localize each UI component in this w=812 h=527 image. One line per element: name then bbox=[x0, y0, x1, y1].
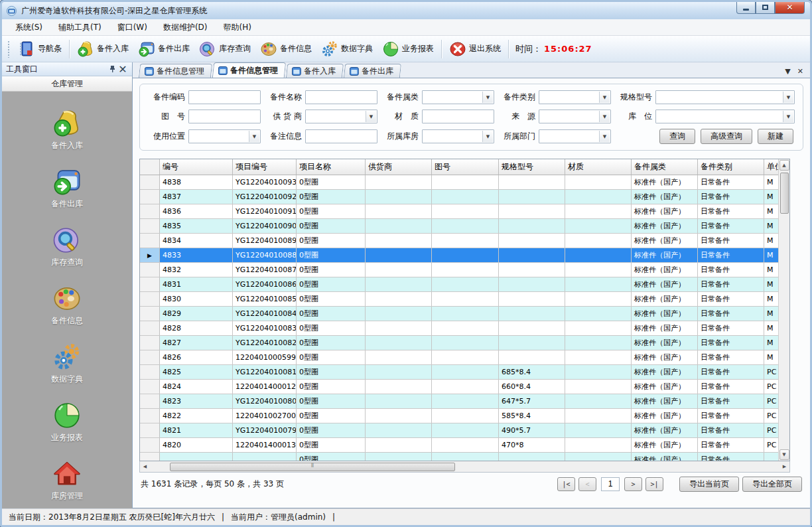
sidebar-item-warehouse-mgmt[interactable]: 库房管理 bbox=[51, 459, 83, 502]
department-select[interactable]: ▼ bbox=[539, 129, 611, 143]
location-select[interactable]: ▼ bbox=[655, 110, 795, 123]
supplier-select[interactable]: ▼ bbox=[305, 110, 377, 123]
row-selector-cell[interactable] bbox=[140, 438, 160, 452]
remark-field[interactable] bbox=[305, 129, 377, 143]
sidebar-item-stock-query[interactable]: 库存查询 bbox=[51, 226, 83, 268]
column-header-category[interactable]: 备件类别 bbox=[698, 159, 764, 175]
table-row[interactable]: 482212204010027000型圈585*8.4标准件（国产）日常备件PC bbox=[140, 409, 779, 423]
export-current-page-button[interactable]: 导出当前页 bbox=[679, 477, 739, 492]
row-selector-cell[interactable] bbox=[140, 380, 160, 394]
sidebar-item-parts-outbound[interactable]: 备件出库 bbox=[51, 167, 83, 210]
row-selector-cell[interactable] bbox=[140, 234, 160, 248]
spare-attr-select[interactable]: ▼ bbox=[422, 90, 494, 104]
row-selector-cell[interactable] bbox=[140, 219, 160, 233]
parts-info-button[interactable]: 备件信息 bbox=[255, 38, 316, 60]
table-row[interactable]: 4838YG122040100930型圈标准件（国产）日常备件M bbox=[140, 175, 779, 190]
parts-inbound-button[interactable]: 备件入库 bbox=[72, 38, 133, 60]
menu-aux-tools[interactable]: 辅助工具(T) bbox=[50, 20, 109, 35]
column-header-supplier[interactable]: 供货商 bbox=[366, 159, 432, 175]
row-selector-cell[interactable] bbox=[140, 409, 160, 423]
chevron-down-icon[interactable]: ▼ bbox=[783, 92, 793, 103]
export-all-pages-button[interactable]: 导出全部页 bbox=[742, 477, 802, 492]
data-dict-button[interactable]: 数据字典 bbox=[316, 38, 377, 60]
table-row[interactable]: 0型圈标准件（国产）日常备件 bbox=[140, 453, 779, 461]
sidebar-item-parts-inbound[interactable]: 备件入库 bbox=[51, 109, 83, 151]
chevron-down-icon[interactable]: ▼ bbox=[599, 92, 610, 103]
table-row[interactable]: 4827YG122040100820型圈标准件（国产）日常备件M bbox=[140, 336, 779, 350]
column-header-name[interactable]: 项目名称 bbox=[297, 159, 366, 175]
chevron-down-icon[interactable]: ▼ bbox=[249, 131, 259, 142]
report-button[interactable]: 业务报表 bbox=[377, 38, 439, 60]
minimize-button[interactable] bbox=[736, 1, 756, 14]
row-selector-cell[interactable] bbox=[140, 292, 160, 306]
menu-data-maintenance[interactable]: 数据维护(D) bbox=[155, 20, 216, 35]
spare-code-field-input[interactable] bbox=[189, 92, 260, 105]
table-row[interactable]: 4823YG122040100800型圈647*5.7标准件（国产）日常备件PC bbox=[140, 394, 779, 409]
next-page-button[interactable]: > bbox=[624, 477, 642, 491]
row-selector-cell[interactable] bbox=[140, 336, 160, 350]
row-selector-cell[interactable] bbox=[140, 190, 160, 204]
table-row[interactable]: 482612204010005990型圈标准件（国产）日常备件M bbox=[140, 350, 779, 365]
first-page-button[interactable]: |< bbox=[557, 477, 575, 491]
table-row[interactable]: 4837YG122040100920型圈标准件（国产）日常备件M bbox=[140, 190, 779, 204]
sidebar-close-icon[interactable]: ✕ bbox=[117, 64, 128, 74]
sidebar-item-data-dict[interactable]: 数据字典 bbox=[51, 342, 83, 385]
row-selector-cell[interactable] bbox=[140, 307, 160, 321]
column-header-unit[interactable]: 单位 bbox=[764, 159, 779, 175]
warehouse-select[interactable]: ▼ bbox=[422, 129, 494, 143]
exit-button[interactable]: 退出系统 bbox=[444, 38, 506, 60]
chevron-down-icon[interactable]: ▼ bbox=[599, 111, 610, 122]
sidebar-item-report[interactable]: 业务报表 bbox=[51, 401, 83, 443]
sidebar-item-parts-info[interactable]: 备件信息 bbox=[51, 284, 83, 327]
menu-system[interactable]: 系统(S) bbox=[7, 20, 50, 35]
close-tab-icon[interactable]: ✕ bbox=[797, 68, 803, 75]
nav-bar-button[interactable]: 导航条 bbox=[13, 38, 66, 60]
table-row[interactable]: 4825YG122040100810型圈685*8.4标准件（国产）日常备件PC bbox=[140, 365, 779, 380]
close-button[interactable]: ✕ bbox=[775, 1, 805, 14]
row-selector-cell[interactable] bbox=[140, 321, 160, 335]
row-selector-cell[interactable] bbox=[140, 453, 160, 461]
chevron-down-icon[interactable]: ▼ bbox=[482, 92, 493, 103]
column-header-drawing[interactable]: 图号 bbox=[432, 159, 499, 175]
table-row[interactable]: 482012204014000130型圈470*8标准件（国产）日常备件PC bbox=[140, 438, 779, 453]
row-selector-cell[interactable] bbox=[140, 394, 160, 408]
tab-parts-outbound[interactable]: 备件出库 bbox=[344, 64, 401, 78]
spare-name-field-input[interactable] bbox=[306, 92, 377, 105]
table-row[interactable]: 4829YG122040100840型圈标准件（国产）日常备件M bbox=[140, 307, 779, 321]
chevron-down-icon[interactable]: ▼ bbox=[482, 131, 493, 142]
table-row[interactable]: 4831YG122040100860型圈标准件（国产）日常备件M bbox=[140, 277, 779, 292]
tab-list-dropdown-icon[interactable]: ▼ bbox=[785, 68, 790, 75]
use-position-select[interactable]: ▼ bbox=[188, 129, 261, 143]
scroll-right-icon[interactable]: ▶ bbox=[779, 464, 789, 469]
menu-help[interactable]: 帮助(H) bbox=[216, 20, 259, 35]
stock-query-button[interactable]: 库存查询 bbox=[194, 38, 255, 60]
row-selector-cell[interactable] bbox=[140, 175, 160, 189]
vertical-scrollbar[interactable]: ▲ ▼ bbox=[778, 159, 789, 461]
table-row[interactable]: 4821YG122040100790型圈490*5.7标准件（国产）日常备件PC bbox=[140, 423, 779, 438]
spare-category-select[interactable]: ▼ bbox=[539, 90, 611, 104]
table-row[interactable]: 4832YG122040100870型圈标准件（国产）日常备件M bbox=[140, 263, 779, 277]
pin-icon[interactable] bbox=[107, 64, 117, 74]
scroll-up-icon[interactable]: ▲ bbox=[779, 160, 789, 171]
table-row[interactable]: 482412204014000120型圈660*8.4标准件（国产）日常备件PC bbox=[140, 380, 779, 394]
column-header-project[interactable]: 项目编号 bbox=[233, 159, 297, 175]
scroll-left-icon[interactable]: ◀ bbox=[140, 464, 150, 469]
source-select[interactable]: ▼ bbox=[539, 110, 611, 123]
maximize-button[interactable] bbox=[756, 1, 775, 14]
row-selector-cell[interactable] bbox=[140, 365, 160, 379]
new-button[interactable]: 新建 bbox=[758, 129, 793, 144]
row-selector-cell[interactable] bbox=[140, 204, 160, 218]
row-selector-cell[interactable] bbox=[140, 350, 160, 364]
page-number-input[interactable] bbox=[601, 477, 620, 491]
spare-code-field[interactable] bbox=[188, 90, 261, 104]
material-field[interactable] bbox=[422, 110, 494, 123]
last-page-button[interactable]: >| bbox=[645, 477, 663, 491]
drawing-no-field-input[interactable] bbox=[189, 112, 260, 124]
material-field-input[interactable] bbox=[423, 112, 494, 124]
chevron-down-icon[interactable]: ▼ bbox=[366, 111, 376, 122]
row-selector-cell[interactable] bbox=[140, 277, 160, 291]
prev-page-button[interactable]: < bbox=[578, 477, 596, 491]
row-selector-cell[interactable] bbox=[140, 263, 160, 277]
horizontal-scrollbar[interactable]: ◀ ▶ bbox=[139, 461, 790, 473]
vertical-scroll-thumb[interactable] bbox=[780, 173, 789, 214]
